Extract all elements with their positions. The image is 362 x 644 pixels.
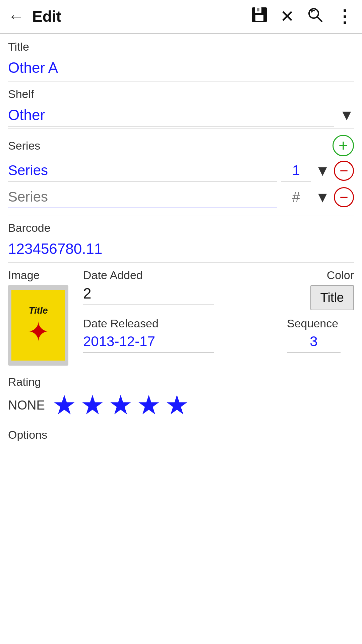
series-name-input-2[interactable] xyxy=(8,186,277,208)
back-button[interactable]: ← xyxy=(8,8,24,24)
barcode-value[interactable]: 123456780.11 xyxy=(8,237,249,260)
svg-rect-3 xyxy=(257,8,259,11)
page-title: Edit xyxy=(32,7,251,25)
series-label: Series xyxy=(8,139,40,152)
minus-icon-2: − xyxy=(340,190,348,205)
series-row-1: ▼ − xyxy=(8,160,354,181)
shelf-select-row: Other ▼ xyxy=(8,103,354,126)
color-column: Color Title xyxy=(310,269,354,310)
minus-icon-1: − xyxy=(340,163,348,178)
date-added-column: Date Added 2 xyxy=(83,269,310,305)
shelf-label: Shelf xyxy=(8,88,354,101)
header: ← Edit ✕ ⋮ xyxy=(0,0,362,34)
star-5[interactable]: ★ xyxy=(165,392,189,419)
series-name-input-1[interactable] xyxy=(8,160,277,181)
rating-label: Rating xyxy=(8,375,354,388)
date-released-label: Date Released xyxy=(83,317,279,330)
barcode-label: Barcode xyxy=(8,221,354,234)
series-header: Series + xyxy=(8,135,354,156)
date-released-column: Date Released 2013-12-17 xyxy=(83,317,279,353)
date-added-value[interactable]: 2 xyxy=(83,285,214,305)
date-added-label: Date Added xyxy=(83,269,310,282)
rating-section: Rating NONE ★ ★ ★ ★ ★ xyxy=(8,369,354,422)
svg-rect-2 xyxy=(255,15,263,21)
date-released-value[interactable]: 2013-12-17 xyxy=(83,333,214,353)
title-value[interactable]: Other A xyxy=(8,56,243,79)
close-button[interactable]: ✕ xyxy=(280,7,294,26)
shelf-chevron-icon[interactable]: ▼ xyxy=(339,107,354,123)
title-label: Title xyxy=(8,40,354,53)
shelf-value[interactable]: Other xyxy=(8,103,334,126)
title-field-group: Title Other A xyxy=(8,34,354,82)
star-2[interactable]: ★ xyxy=(80,392,105,419)
star-3[interactable]: ★ xyxy=(109,392,133,419)
sequence-label: Sequence xyxy=(287,317,338,330)
rating-none-label: NONE xyxy=(8,398,45,413)
series-section: Series + ▼ − ▼ − xyxy=(8,129,354,215)
series-chevron-icon-1[interactable]: ▼ xyxy=(315,162,330,179)
star-1[interactable]: ★ xyxy=(52,392,76,419)
save-button[interactable] xyxy=(251,6,268,27)
image-date-row: Image Title ✦ Date Added 2 Color Title xyxy=(8,263,354,369)
series-row-2: ▼ − xyxy=(8,186,354,208)
svg-line-5 xyxy=(317,17,322,21)
date-added-section: Date Added 2 Color Title xyxy=(83,269,354,310)
color-label: Color xyxy=(327,269,354,282)
shelf-field-group: Shelf Other ▼ xyxy=(8,82,354,129)
content-area: Title Other A Shelf Other ▼ Series + ▼ − xyxy=(0,34,362,445)
book-cover-title: Title xyxy=(28,305,48,316)
series-remove-button-2[interactable]: − xyxy=(334,187,354,207)
header-actions: ✕ ⋮ xyxy=(251,6,354,27)
options-section: Options xyxy=(8,422,354,445)
barcode-field-group: Barcode 123456780.11 xyxy=(8,215,354,263)
rating-row: NONE ★ ★ ★ ★ ★ xyxy=(8,392,354,419)
date-released-row: Date Released 2013-12-17 Sequence 3 xyxy=(83,317,354,353)
series-chevron-icon-2[interactable]: ▼ xyxy=(315,189,330,206)
sequence-value[interactable]: 3 xyxy=(287,333,341,353)
search-refresh-button[interactable] xyxy=(306,6,324,27)
sequence-column: Sequence 3 xyxy=(287,317,354,353)
series-remove-button-1[interactable]: − xyxy=(334,161,354,181)
series-num-input-1[interactable] xyxy=(281,160,311,181)
image-column: Image Title ✦ xyxy=(8,269,75,366)
book-cover[interactable]: Title ✦ xyxy=(8,285,68,366)
book-cover-inner: Title ✦ xyxy=(11,290,65,361)
series-num-input-2[interactable] xyxy=(281,186,311,208)
options-label: Options xyxy=(8,428,354,441)
color-button[interactable]: Title xyxy=(310,285,354,310)
series-add-button[interactable]: + xyxy=(333,135,354,156)
date-color-column: Date Added 2 Color Title Date Released 2… xyxy=(83,269,354,353)
plus-icon: + xyxy=(339,138,348,154)
star-4[interactable]: ★ xyxy=(137,392,161,419)
book-cover-star: ✦ xyxy=(27,319,50,345)
image-label: Image xyxy=(8,269,40,282)
more-options-button[interactable]: ⋮ xyxy=(336,6,354,26)
